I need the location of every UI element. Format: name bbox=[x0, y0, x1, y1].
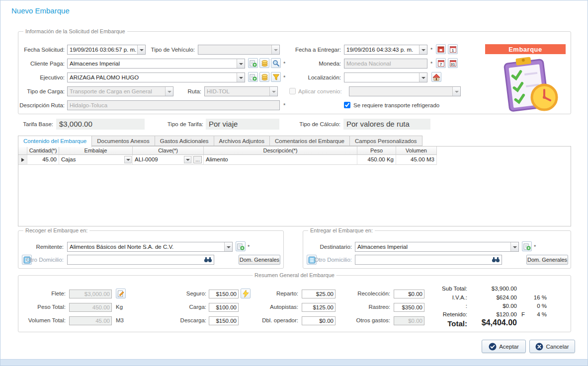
fecha-solicitud-picker[interactable]: 19/09/2016 03:06:57 p. m. bbox=[67, 45, 146, 55]
fecha-entregar-value: 19/09/2016 04:33:43 p. m. bbox=[346, 45, 418, 54]
otros-gastos-input bbox=[394, 316, 424, 325]
grid-header-embalaje[interactable]: Embalaje bbox=[59, 146, 133, 155]
grid-header-selector[interactable] bbox=[18, 146, 27, 155]
cell-volumen[interactable]: 45.00 M3 bbox=[396, 155, 437, 165]
date-today-button[interactable] bbox=[436, 44, 446, 54]
cell-peso[interactable]: 450.00 Kg bbox=[357, 155, 396, 165]
binoculars-icon[interactable] bbox=[492, 257, 500, 263]
grid-header-peso[interactable]: Peso bbox=[357, 146, 396, 155]
tipo-tarifa-label: Tipo de Tarifa: bbox=[168, 119, 203, 129]
cell-descripcion[interactable]: Alimento bbox=[204, 155, 357, 165]
required-mark: * bbox=[534, 244, 536, 250]
cell-cantidad[interactable]: 45.00 bbox=[27, 155, 59, 165]
autopistas-input[interactable] bbox=[302, 303, 336, 312]
destinatario-combo[interactable]: Almacenes Imperial bbox=[355, 242, 519, 252]
dbl-operador-input[interactable] bbox=[302, 316, 336, 325]
recoleccion-input[interactable] bbox=[394, 290, 424, 298]
chevron-down-icon[interactable] bbox=[137, 45, 145, 54]
cliente-paga-label: Cliente Paga: bbox=[30, 59, 65, 69]
peso-total-label: Peso Total: bbox=[37, 302, 66, 311]
chevron-down-icon[interactable] bbox=[237, 73, 245, 82]
binoculars-icon[interactable] bbox=[204, 257, 212, 263]
calendar-7-icon: 7 bbox=[438, 60, 444, 67]
localizacion-combo[interactable] bbox=[344, 73, 427, 82]
cliente-add-button[interactable] bbox=[248, 58, 258, 68]
ejecutivo-value: ARIZAGA PALOMO HUGO bbox=[70, 73, 236, 82]
cancelar-button[interactable]: Cancelar bbox=[529, 340, 575, 353]
cell-clave-lookup[interactable]: ... bbox=[192, 155, 204, 165]
cliente-paga-combo[interactable]: Almacenes Imperial bbox=[67, 59, 245, 69]
required-mark: * bbox=[430, 47, 432, 53]
descarga-input[interactable] bbox=[209, 316, 239, 325]
reparto-input[interactable] bbox=[302, 290, 336, 298]
cliente-search-button[interactable] bbox=[271, 58, 281, 68]
date-plus31-button[interactable]: 31 bbox=[448, 58, 458, 68]
tarifa-base-value: $3,000.00 bbox=[56, 119, 145, 130]
ejecutivo-saldo-button[interactable] bbox=[259, 72, 269, 82]
destinatario-add-button[interactable] bbox=[522, 241, 532, 251]
ruta-combo: HID-TOL bbox=[204, 86, 278, 96]
tipo-carga-combo: Transporte de Carga en General bbox=[67, 86, 173, 96]
autopistas-label: Autopistas: bbox=[270, 302, 298, 311]
fecha-entregar-picker[interactable]: 19/09/2016 04:33:43 p. m. bbox=[344, 45, 427, 55]
flete-edit-button[interactable] bbox=[116, 289, 126, 298]
row-selector[interactable] bbox=[18, 155, 27, 165]
date-plus7-button[interactable]: 7 bbox=[436, 58, 446, 68]
cancel-icon bbox=[535, 343, 543, 351]
otro-domicilio-input[interactable] bbox=[355, 255, 502, 265]
localizacion-home-button[interactable] bbox=[431, 72, 441, 82]
tarifa-base-label: Tarifa Base: bbox=[23, 119, 53, 129]
chevron-down-icon[interactable] bbox=[184, 156, 191, 163]
table-row[interactable]: 45.00 Cajas ALI-0009 ... Alimento 450.00… bbox=[18, 155, 571, 165]
tab-campos-personalizados[interactable]: Campos Personalizados bbox=[350, 136, 422, 146]
grid-header-clave[interactable]: Clave(*) bbox=[133, 146, 204, 155]
ejecutivo-add-button[interactable] bbox=[248, 72, 258, 82]
cliente-saldo-button[interactable] bbox=[259, 58, 269, 68]
refrigerado-checkbox[interactable] bbox=[344, 102, 350, 108]
tab-contenido-del-embarque[interactable]: Contenido del Embarque bbox=[18, 136, 92, 147]
dom-generales-button[interactable]: Dom. Generales bbox=[526, 255, 568, 265]
remitente-add-button[interactable] bbox=[236, 241, 246, 251]
rastreo-input[interactable] bbox=[394, 303, 424, 312]
chevron-down-icon[interactable] bbox=[510, 242, 518, 251]
tab-gastos-adicionales[interactable]: Gastos Adicionales bbox=[155, 136, 214, 146]
chevron-down-icon[interactable] bbox=[237, 59, 245, 68]
ruta-label: Ruta: bbox=[188, 86, 202, 96]
remitente-combo[interactable]: Alimentos Básicos del Norte S.A. de C.V. bbox=[67, 242, 233, 252]
chevron-down-icon bbox=[165, 87, 173, 96]
grid-header-descripcion[interactable]: Descripción(*) bbox=[204, 146, 357, 155]
retenido-label: Retenido: bbox=[443, 311, 467, 317]
fecha-solicitud-value: 19/09/2016 03:06:57 p. m. bbox=[70, 45, 136, 54]
grid-header-cantidad[interactable]: Cantidad(*) bbox=[27, 146, 59, 155]
iva-pct: 16 % bbox=[534, 294, 547, 300]
tab-comentarios-del-embarque[interactable]: Comentarios del Embarque bbox=[270, 136, 350, 146]
iva-label: I.V.A.: bbox=[452, 294, 467, 300]
chevron-down-icon[interactable] bbox=[224, 242, 232, 251]
ellipsis-lookup-button[interactable]: ... bbox=[193, 156, 202, 163]
carga-input[interactable] bbox=[209, 303, 239, 312]
date-plus1-button[interactable]: 1 bbox=[448, 44, 458, 54]
volumen-unit-label: M3 bbox=[116, 316, 124, 325]
tab-archivos-adjuntos[interactable]: Archivos Adjuntos bbox=[214, 136, 270, 146]
dom-generales-button[interactable]: Dom. Generales bbox=[239, 255, 280, 265]
coins-icon bbox=[261, 73, 268, 81]
recoger-section: Recoger el Embarque en: Remitente: Alime… bbox=[18, 230, 284, 269]
chevron-down-icon[interactable] bbox=[419, 73, 427, 82]
seguro-calc-button[interactable] bbox=[241, 289, 251, 298]
cell-embalaje-combo[interactable]: Cajas bbox=[59, 155, 133, 165]
seguro-input[interactable] bbox=[209, 290, 239, 298]
flete-input bbox=[69, 290, 112, 298]
ejecutivo-combo[interactable]: ARIZAGA PALOMO HUGO bbox=[67, 73, 245, 82]
reparto-label: Reparto: bbox=[276, 289, 298, 298]
chevron-down-icon[interactable] bbox=[419, 45, 427, 54]
ejecutivo-filter-button[interactable] bbox=[271, 72, 281, 82]
cell-clave-combo[interactable]: ALI-0009 bbox=[133, 155, 192, 165]
aceptar-button[interactable]: Aceptar bbox=[482, 340, 526, 353]
chevron-down-icon[interactable] bbox=[124, 156, 132, 163]
calendar-1-icon: 1 bbox=[450, 46, 456, 53]
seguro-label: Seguro: bbox=[186, 289, 206, 298]
retenido-flag: F bbox=[521, 311, 525, 317]
grid-header-volumen[interactable]: Volumen bbox=[396, 146, 437, 155]
tab-documentos-anexos[interactable]: Documentos Anexos bbox=[92, 136, 155, 146]
otro-domicilio-input[interactable] bbox=[67, 255, 214, 265]
